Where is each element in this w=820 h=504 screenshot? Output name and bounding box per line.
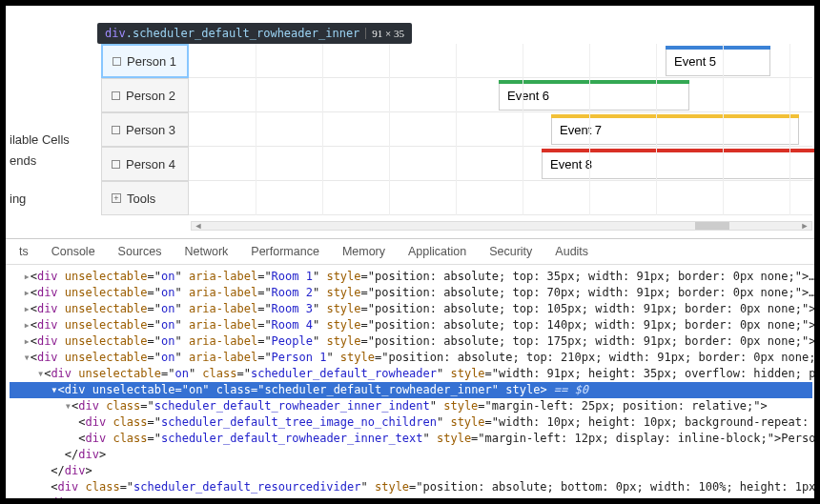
scroll-left-arrow[interactable]: ◄ — [192, 222, 205, 230]
dom-line[interactable]: </div> — [10, 495, 812, 498]
dom-line[interactable]: ▾<div unselectable="on" aria-label="Pers… — [10, 350, 812, 366]
dom-line[interactable]: </div> — [10, 447, 812, 463]
row-header-column: Person 1 Person 2 Person 3 Person 4 +Too… — [101, 44, 189, 215]
tab-audits[interactable]: Audits — [555, 245, 588, 258]
scroll-right-arrow[interactable]: ► — [798, 222, 811, 230]
row-header-person-3[interactable]: Person 3 — [101, 112, 189, 147]
grid-row: Event 6 — [189, 78, 812, 112]
dom-line[interactable]: <div class="scheduler_default_tree_image… — [10, 414, 812, 431]
dom-line[interactable]: <div class="scheduler_default_rowheader_… — [10, 431, 812, 447]
grid-row: Event 8 — [189, 147, 812, 181]
dom-line[interactable]: ▸<div unselectable="on" aria-label="Peop… — [10, 333, 812, 350]
dom-line[interactable]: ▸<div unselectable="on" aria-label="Room… — [10, 285, 812, 301]
sidebar-text: ilable Cells — [10, 130, 82, 151]
dom-line-selected[interactable]: ▾<div unselectable="on" class="scheduler… — [10, 382, 812, 398]
checkbox-icon — [112, 126, 120, 134]
event-bar — [499, 80, 689, 84]
row-header-tools[interactable]: +Tools — [101, 181, 189, 215]
tab-security[interactable]: Security — [489, 245, 532, 258]
event-label: Event 6 — [507, 89, 549, 103]
event-bar — [666, 46, 770, 50]
event-bar — [542, 149, 814, 152]
event-bar — [551, 114, 799, 118]
dom-line[interactable]: ▸<div unselectable="on" aria-label="Room… — [10, 317, 812, 333]
event-label: Event 7 — [560, 123, 602, 137]
dom-line[interactable]: ▸<div unselectable="on" aria-label="Room… — [10, 269, 812, 285]
event-6[interactable]: Event 6 — [499, 80, 689, 111]
grid-row: Event 7 — [189, 112, 812, 147]
tab-memory[interactable]: Memory — [342, 245, 385, 258]
tooltip-dimensions: 91 × 35 — [365, 28, 404, 39]
scroll-thumb[interactable] — [695, 222, 729, 230]
devtools-panel: ts Console Sources Network Performance M… — [6, 238, 814, 498]
scheduler-pane: div.scheduler_default_rowheader_inner 91… — [6, 6, 814, 234]
tooltip-class: .scheduler_default_rowheader_inner — [126, 27, 360, 40]
tab-performance[interactable]: Performance — [251, 245, 319, 258]
event-7[interactable]: Event 7 — [551, 114, 799, 145]
tab-sources[interactable]: Sources — [118, 245, 162, 258]
event-label: Event 5 — [674, 54, 716, 69]
row-header-label: Person 1 — [127, 54, 176, 69]
dom-line[interactable]: ▾<div class="scheduler_default_rowheader… — [10, 398, 812, 414]
row-header-person-1[interactable]: Person 1 — [101, 44, 189, 78]
dom-line[interactable]: <div class="scheduler_default_resourcedi… — [10, 479, 812, 495]
sidebar-text: ing — [10, 189, 82, 210]
grid-row: Event 5 — [189, 44, 812, 78]
tab-elements[interactable]: ts — [19, 245, 29, 258]
tab-network[interactable]: Network — [184, 245, 228, 258]
dom-tree[interactable]: ▸<div unselectable="on" aria-label="Room… — [6, 265, 814, 498]
tab-console[interactable]: Console — [51, 245, 95, 258]
row-header-label: Person 2 — [126, 89, 175, 103]
row-header-label: Tools — [127, 192, 155, 206]
tooltip-tag: div — [105, 27, 126, 40]
left-sidebar: ilable Cells ends ing — [6, 130, 82, 210]
row-header-label: Person 3 — [126, 123, 175, 137]
dom-line[interactable]: ▾<div unselectable="on" class="scheduler… — [10, 366, 812, 382]
tab-application[interactable]: Application — [408, 245, 466, 258]
grid-row — [189, 181, 812, 215]
event-label: Event 8 — [550, 157, 592, 171]
sidebar-text: ends — [10, 151, 82, 171]
dom-line[interactable]: </div> — [10, 463, 812, 479]
row-header-person-4[interactable]: Person 4 — [101, 147, 189, 181]
event-8[interactable]: Event 8 — [542, 149, 814, 179]
checkbox-icon — [112, 160, 120, 169]
dom-line[interactable]: ▸<div unselectable="on" aria-label="Room… — [10, 301, 812, 317]
row-header-label: Person 4 — [126, 157, 175, 171]
expand-icon[interactable]: + — [112, 193, 121, 203]
event-5[interactable]: Event 5 — [666, 46, 770, 76]
horizontal-scrollbar[interactable]: ◄ ► — [191, 221, 812, 231]
checkbox-icon — [113, 57, 121, 66]
scheduler-grid[interactable]: Event 5 Event 6 Event 7 Event 8 — [189, 44, 812, 215]
checkbox-icon — [112, 91, 120, 100]
devtools-tabs: ts Console Sources Network Performance M… — [6, 239, 814, 265]
row-header-person-2[interactable]: Person 2 — [101, 78, 189, 112]
element-tooltip: div.scheduler_default_rowheader_inner 91… — [97, 23, 412, 44]
